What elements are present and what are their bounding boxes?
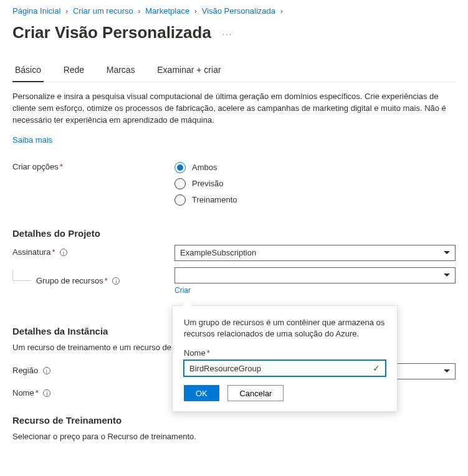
breadcrumb-link[interactable]: Criar um recurso: [73, 6, 133, 16]
breadcrumb-link[interactable]: Marketplace: [145, 6, 189, 16]
chevron-right-icon: ›: [280, 6, 283, 16]
chevron-right-icon: ›: [65, 6, 68, 16]
radio-option-prediction[interactable]: Previsão: [174, 178, 456, 189]
info-icon[interactable]: i: [43, 389, 50, 397]
info-icon[interactable]: i: [60, 249, 67, 256]
subscription-dropdown[interactable]: ExampleSubscription: [174, 245, 456, 261]
create-resource-group-popup: Um grupo de recursos é um contêiner que …: [172, 305, 398, 412]
popup-description: Um grupo de recursos é um contêiner que …: [184, 317, 386, 340]
chevron-down-icon: [444, 274, 450, 277]
subscription-label: Assinatura: [12, 247, 50, 257]
info-icon[interactable]: i: [112, 277, 120, 285]
radio-icon: [174, 178, 186, 189]
resource-group-label: Grupo de recursos: [36, 276, 103, 285]
required-icon: *: [52, 247, 55, 257]
create-options-row: Criar opções* Ambos Previsão Treinamento: [12, 159, 456, 211]
input-value: BirdResourceGroup: [189, 364, 261, 373]
page-title: Criar Visão Personalizada: [12, 23, 211, 42]
tab-tags[interactable]: Marcas: [104, 60, 138, 81]
breadcrumb-link[interactable]: Página Inicial: [12, 6, 60, 16]
name-label: Nome: [12, 388, 34, 397]
radio-option-training[interactable]: Treinamento: [174, 194, 456, 206]
tree-indent-icon: [12, 270, 31, 281]
required-icon: *: [207, 348, 210, 358]
section-project-details: Detalhes do Projeto: [12, 228, 456, 239]
radio-label: Treinamento: [192, 195, 237, 204]
radio-icon: [174, 194, 186, 206]
resource-group-dropdown[interactable]: [174, 267, 456, 283]
chevron-right-icon: ›: [194, 6, 197, 16]
learn-more-link[interactable]: Saiba mais: [12, 135, 52, 145]
create-options-label: Criar opções: [12, 162, 59, 171]
create-new-link[interactable]: Criar: [174, 286, 191, 295]
required-icon: *: [105, 276, 108, 285]
chevron-down-icon: [444, 251, 450, 254]
section-training-resource: Recurso de Treinamento: [12, 415, 456, 426]
popup-name-input[interactable]: BirdResourceGroup ✓: [184, 360, 386, 376]
dropdown-value: ExampleSubscription: [180, 248, 256, 257]
required-icon: *: [36, 388, 39, 397]
radio-option-both[interactable]: Ambos: [174, 162, 456, 173]
radio-label: Previsão: [192, 179, 224, 188]
training-resource-description: Selecionar o preço para o Recurso de tre…: [12, 432, 456, 441]
checkmark-icon: ✓: [373, 363, 380, 373]
tab-network[interactable]: Rede: [61, 60, 87, 81]
resource-group-row: Grupo de recursos* i Criar: [12, 267, 456, 295]
required-icon: *: [60, 162, 63, 171]
radio-icon: [174, 162, 186, 173]
subscription-row: Assinatura* i ExampleSubscription: [12, 245, 456, 261]
tab-review[interactable]: Examinar + criar: [155, 60, 223, 81]
tabs: Básico Rede Marcas Examinar + criar: [12, 60, 456, 82]
radio-label: Ambos: [192, 163, 217, 172]
breadcrumb: Página Inicial › Criar um recurso › Mark…: [12, 0, 456, 19]
more-icon[interactable]: ···: [222, 29, 233, 39]
breadcrumb-link[interactable]: Visão Personalizada: [202, 6, 275, 16]
info-icon[interactable]: i: [43, 367, 50, 374]
region-label: Região: [12, 366, 38, 375]
chevron-down-icon: [444, 369, 450, 373]
chevron-right-icon: ›: [138, 6, 140, 16]
ok-button[interactable]: OK: [184, 385, 219, 401]
cancel-button[interactable]: Cancelar: [227, 385, 284, 401]
tab-basic[interactable]: Básico: [12, 60, 44, 82]
popup-name-label: Nome: [184, 348, 206, 358]
tab-description: Personalize e insira a pesquisa visual c…: [12, 91, 456, 126]
